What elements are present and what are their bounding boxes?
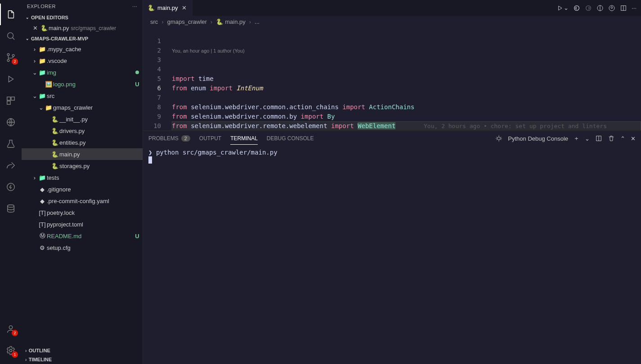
- tree-item[interactable]: ⌄📁src: [22, 90, 143, 102]
- breadcrumb-item[interactable]: main.py: [225, 18, 246, 25]
- line-number: 4: [143, 65, 161, 74]
- split-editor-icon[interactable]: [620, 4, 627, 12]
- breadcrumb-item[interactable]: gmaps_crawler: [167, 18, 207, 25]
- code-line[interactable]: import time: [172, 74, 641, 84]
- open-editors-header[interactable]: OPEN EDITORS: [22, 13, 143, 22]
- chevron-right-icon: ›: [31, 58, 38, 64]
- tab-output[interactable]: OUTPUT: [199, 133, 221, 144]
- tree-item[interactable]: ◆.pre-commit-config.yaml: [22, 195, 143, 207]
- open-editor-item[interactable]: ✕ 🐍 main.pysrc/gmaps_crawler: [22, 22, 143, 34]
- tree-item[interactable]: [T]poetry.lock: [22, 207, 143, 218]
- tree-item[interactable]: ›📁tests: [22, 172, 143, 183]
- tree-item[interactable]: ⓂREADME.mdU: [22, 230, 143, 242]
- tree-item[interactable]: 🖼️logo.pngU: [22, 78, 143, 90]
- tab-close-button[interactable]: ✕: [181, 4, 188, 12]
- chevron-up-icon[interactable]: ⌃: [620, 135, 625, 142]
- open-editors-label: OPEN EDITORS: [31, 15, 68, 20]
- chevron-right-icon: [25, 348, 27, 353]
- tree-item[interactable]: ⌄📁gmaps_crawler: [22, 102, 143, 113]
- timeline-header[interactable]: TIMELINE: [22, 355, 143, 364]
- code-line[interactable]: from selenium.webdriver.remote.webelemen…: [172, 121, 641, 130]
- activity-test[interactable]: [0, 133, 22, 155]
- activity-share[interactable]: [0, 155, 22, 176]
- line-number: 8: [143, 102, 161, 112]
- diff-icon[interactable]: [596, 4, 604, 12]
- editor-tab-main[interactable]: 🐍 main.py ✕: [143, 0, 193, 16]
- remote-icon: [6, 117, 16, 127]
- code-editor[interactable]: 12345678910 You, an hour ago | 1 author …: [143, 27, 641, 130]
- codelens[interactable]: You, an hour ago | 1 author (You): [172, 46, 641, 55]
- tree-item[interactable]: 🐍storages.py: [22, 160, 143, 172]
- tree-item[interactable]: ◆.gitignore: [22, 183, 143, 195]
- go-forward-icon[interactable]: [585, 4, 592, 12]
- tree-item[interactable]: 🐍drivers.py: [22, 125, 143, 137]
- terminal-content[interactable]: ❯ python src/gmaps_crawler/main.py: [143, 146, 641, 364]
- more-icon[interactable]: ···: [132, 4, 137, 9]
- go-back-icon[interactable]: [573, 4, 580, 12]
- svg-point-10: [9, 326, 12, 329]
- debug-icon[interactable]: [495, 135, 502, 142]
- tree-label: .mypy_cache: [47, 46, 143, 53]
- tree-item[interactable]: ›📁.vscode: [22, 55, 143, 67]
- outline-header[interactable]: OUTLINE: [22, 346, 143, 355]
- activity-thunder[interactable]: [0, 176, 22, 198]
- activity-bar: 2 2 1: [0, 0, 22, 364]
- chevron-down-icon[interactable]: ⌄: [585, 135, 590, 142]
- activity-scm[interactable]: 2: [0, 47, 22, 68]
- tree-item[interactable]: ›📁.mypy_cache: [22, 43, 143, 55]
- breadcrumbs[interactable]: src› gmaps_crawler› 🐍 main.py› ...: [143, 16, 641, 27]
- tree-item[interactable]: ⚙setup.cfg: [22, 242, 143, 253]
- code-line[interactable]: from enum import IntEnum: [172, 84, 641, 93]
- split-terminal-icon[interactable]: [595, 135, 602, 142]
- line-gutter: 12345678910: [143, 27, 172, 130]
- activity-remote[interactable]: [0, 111, 22, 133]
- code-content[interactable]: You, an hour ago | 1 author (You) import…: [172, 27, 641, 130]
- svg-point-15: [609, 5, 614, 11]
- breadcrumb-item[interactable]: ...: [255, 18, 260, 25]
- terminal-selector[interactable]: Python Debug Console: [508, 135, 568, 142]
- line-number: 6: [143, 84, 161, 93]
- close-panel-icon[interactable]: ✕: [631, 135, 636, 142]
- activity-run[interactable]: [0, 68, 22, 90]
- outline-label: OUTLINE: [29, 348, 50, 353]
- line-number: 1: [143, 36, 161, 46]
- tree-item[interactable]: 🐍main.py: [22, 148, 143, 160]
- tree-label: main.py: [59, 151, 143, 158]
- chevron-down-icon: [25, 14, 29, 20]
- activity-explorer[interactable]: [0, 4, 22, 25]
- tree-item[interactable]: 🐍__init__.py: [22, 113, 143, 125]
- tree-item[interactable]: [T]pyproject.toml: [22, 218, 143, 230]
- svg-point-11: [9, 349, 12, 352]
- text-icon: [T]: [38, 209, 47, 216]
- code-line[interactable]: from selenium.webdriver.common.by import…: [172, 112, 641, 121]
- tabs-bar: 🐍 main.py ✕ ⌄ ···: [143, 0, 641, 16]
- code-line[interactable]: from selenium.webdriver.common.action_ch…: [172, 102, 641, 112]
- close-icon[interactable]: ✕: [31, 25, 40, 31]
- activity-extensions[interactable]: [0, 90, 22, 111]
- activity-settings[interactable]: 1: [0, 340, 22, 361]
- new-terminal-button[interactable]: ＋: [574, 134, 579, 142]
- python-icon: 🐍: [50, 163, 59, 169]
- tree-item[interactable]: ⌄📁img: [22, 67, 143, 78]
- tab-problems[interactable]: PROBLEMS 2: [148, 133, 190, 144]
- tree-item[interactable]: 🐍entities.py: [22, 137, 143, 148]
- activity-search[interactable]: [0, 25, 22, 47]
- explorer-sidebar: EXPLORER ··· OPEN EDITORS ✕ 🐍 main.pysrc…: [22, 0, 143, 364]
- activity-accounts[interactable]: 2: [0, 318, 22, 340]
- run-dropdown-icon[interactable]: ⌄: [556, 4, 569, 12]
- folder-icon: 📁: [38, 46, 47, 53]
- line-number: 2: [143, 46, 161, 55]
- tab-debug-console[interactable]: DEBUG CONSOLE: [267, 133, 314, 144]
- breadcrumb-item[interactable]: src: [150, 18, 158, 25]
- tree-label: src: [47, 93, 143, 99]
- trash-icon[interactable]: [608, 135, 615, 142]
- svg-rect-5: [11, 97, 14, 100]
- project-header[interactable]: GMAPS-CRAWLER-MVP: [22, 34, 143, 43]
- tree-label: gmaps_crawler: [53, 104, 143, 111]
- tab-terminal[interactable]: TERMINAL: [230, 133, 258, 145]
- more-icon[interactable]: ···: [632, 4, 637, 11]
- user-icon[interactable]: [608, 4, 615, 12]
- code-line[interactable]: [172, 93, 641, 102]
- activity-db[interactable]: [0, 198, 22, 219]
- svg-point-18: [498, 137, 501, 140]
